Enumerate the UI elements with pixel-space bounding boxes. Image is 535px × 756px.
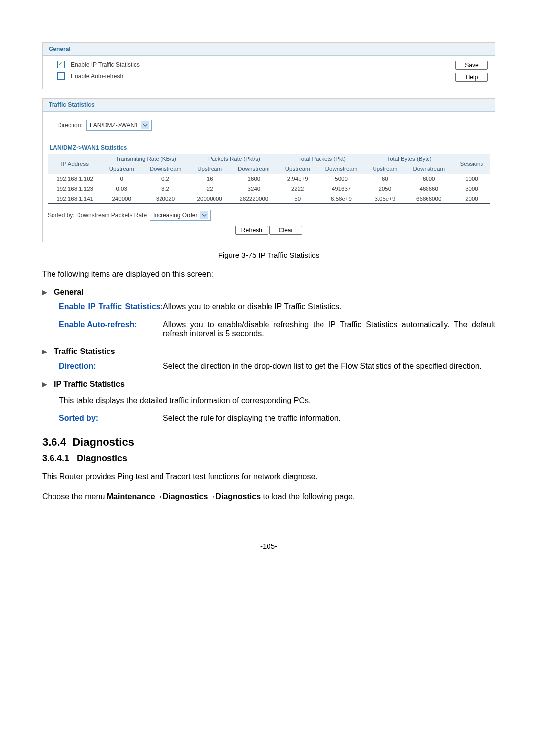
direction-value: LAN/DMZ->WAN1 — [90, 122, 138, 129]
col-total-pkt: Total Packets (Pkt) — [278, 154, 366, 164]
para-router: This Router provides Ping test and Trace… — [42, 471, 495, 482]
clear-button[interactable]: Clear — [269, 226, 302, 235]
table-cell: 6.58e+9 — [317, 194, 366, 203]
desc-enable-auto: Allows you to enable/disable refreshing … — [163, 320, 495, 338]
col-down: Downstream — [141, 164, 190, 174]
col-down: Downstream — [229, 164, 278, 174]
figure-caption: Figure 3-75 IP Traffic Statistics — [42, 251, 495, 259]
enable-auto-refresh-checkbox[interactable] — [57, 72, 65, 80]
table-cell: 3.05e+9 — [366, 194, 404, 203]
table-cell: 6000 — [405, 174, 453, 184]
chevron-down-icon — [141, 121, 149, 129]
bullet-arrow-icon — [42, 350, 47, 354]
section-traffic: Traffic Statistics — [54, 347, 115, 356]
table-cell: 0 — [102, 174, 141, 184]
desc-sorted-by: Select the rule for displaying the traff… — [163, 414, 495, 423]
table-cell: 0.2 — [141, 174, 190, 184]
label-enable-auto: Enable Auto-refresh: — [59, 320, 163, 338]
refresh-button[interactable]: Refresh — [235, 226, 268, 235]
stats-table: IP Address Transmiting Rate (KB/s) Packe… — [48, 154, 490, 203]
col-down: Downstream — [317, 164, 366, 174]
panel-general: General Save Help Enable IP Traffic Stat… — [42, 42, 495, 89]
desc-direction: Select the direction in the drop-down li… — [163, 362, 495, 371]
stats-section: LAN/DMZ->WAN1 Statistics IP Address Tran… — [43, 140, 495, 242]
table-cell: 2222 — [278, 184, 317, 194]
enable-ip-traffic-checkbox[interactable] — [57, 61, 65, 68]
bullet-arrow-icon — [42, 290, 47, 295]
table-cell: 320020 — [141, 194, 190, 203]
table-cell: 60 — [366, 174, 404, 184]
col-up: Upstream — [190, 164, 229, 174]
table-cell: 22 — [190, 184, 229, 194]
heading-3641: 3.6.4.1 Diagnostics — [42, 454, 495, 464]
direction-select[interactable]: LAN/DMZ->WAN1 — [86, 120, 152, 131]
table-cell: 192.168.1.102 — [48, 174, 102, 184]
col-up: Upstream — [102, 164, 141, 174]
table-row: 192.168.1.1230.033.222324022224916372050… — [48, 184, 490, 194]
enable-auto-refresh-label: Enable Auto-refresh — [71, 73, 123, 80]
table-cell: 192.168.1.123 — [48, 184, 102, 194]
table-cell: 2050 — [366, 184, 404, 194]
col-down: Downstream — [405, 164, 453, 174]
table-cell: 192.168.1.141 — [48, 194, 102, 203]
table-cell: 1600 — [229, 174, 278, 184]
stats-subtitle: LAN/DMZ->WAN1 Statistics — [48, 140, 490, 154]
table-row: 192.168.1.141240000320020200000002822200… — [48, 194, 490, 203]
table-cell: 3.2 — [141, 184, 190, 194]
enable-ip-traffic-label: Enable IP Traffic Statistics — [71, 61, 140, 68]
bullet-arrow-icon — [42, 382, 47, 387]
page-number: -105- — [42, 542, 495, 550]
table-cell: 468660 — [405, 184, 453, 194]
col-up: Upstream — [278, 164, 317, 174]
label-sorted-by: Sorted by: — [59, 414, 163, 423]
intro-text: The following items are displayed on thi… — [42, 268, 495, 280]
para-nav: Choose the menu Maintenance→Diagnostics→… — [42, 491, 495, 502]
table-cell: 50 — [278, 194, 317, 203]
save-button[interactable]: Save — [455, 61, 488, 70]
label-enable-stats: Enable IP Traffic Statistics: — [59, 302, 163, 311]
table-cell: 240000 — [102, 194, 141, 203]
panel-traffic-statistics: Traffic Statistics Direction: LAN/DMZ->W… — [42, 98, 495, 242]
desc-ip-table: This table displays the detailed traffic… — [59, 395, 495, 406]
table-row: 192.168.1.10200.21616002.94e+95000606000… — [48, 174, 490, 184]
col-trans: Transmiting Rate (KB/s) — [102, 154, 190, 164]
table-cell: 16 — [190, 174, 229, 184]
sort-order-value: Increasing Order — [153, 212, 197, 219]
table-cell: 282220000 — [229, 194, 278, 203]
direction-label: Direction: — [57, 122, 83, 129]
col-up: Upstream — [366, 164, 404, 174]
sort-order-select[interactable]: Increasing Order — [150, 210, 211, 221]
table-cell: 491637 — [317, 184, 366, 194]
col-total-bytes: Total Bytes (Byte) — [366, 154, 453, 164]
panel-general-title: General — [43, 43, 495, 56]
desc-enable-stats: Allows you to enable or disable IP Traff… — [163, 302, 495, 311]
chevron-down-icon — [200, 211, 208, 219]
heading-364: 3.6.4 Diagnostics — [42, 436, 495, 449]
sorted-by-label: Sorted by: Downstream Packets Rate — [48, 212, 147, 219]
label-direction: Direction: — [59, 362, 163, 371]
table-cell: 0.03 — [102, 184, 141, 194]
panel-traffic-title: Traffic Statistics — [43, 99, 495, 112]
col-ip: IP Address — [48, 154, 102, 174]
col-sessions: Sessions — [453, 154, 490, 174]
table-cell: 20000000 — [190, 194, 229, 203]
table-cell: 2000 — [453, 194, 490, 203]
section-general: General — [54, 288, 84, 297]
table-cell: 2.94e+9 — [278, 174, 317, 184]
table-cell: 5000 — [317, 174, 366, 184]
col-pkt-rate: Packets Rate (Pkt/s) — [190, 154, 278, 164]
table-cell: 3240 — [229, 184, 278, 194]
help-button[interactable]: Help — [455, 73, 488, 82]
section-ip-stats: IP Traffic Statistics — [54, 380, 125, 389]
table-cell: 66866000 — [405, 194, 453, 203]
table-cell: 1000 — [453, 174, 490, 184]
table-cell: 3000 — [453, 184, 490, 194]
